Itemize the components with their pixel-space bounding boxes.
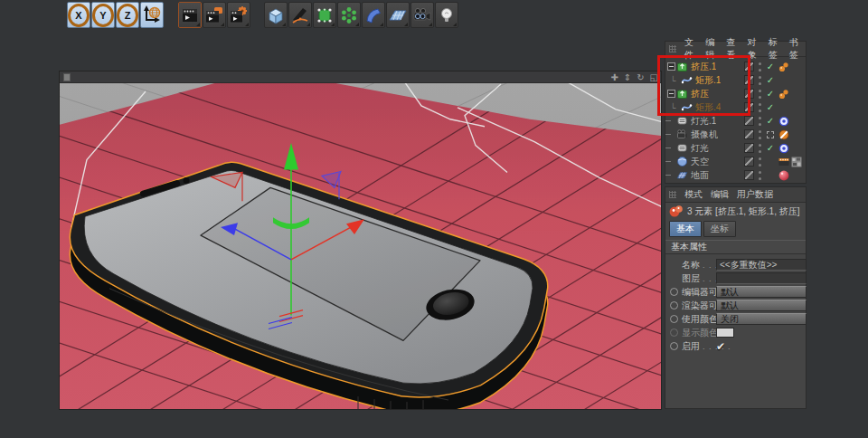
render-settings-button[interactable]: [227, 2, 250, 28]
object-name[interactable]: 摄像机: [691, 129, 718, 141]
field-enabled: 启用 . . . . . ✔: [665, 339, 806, 353]
submenu-marker: [331, 23, 335, 26]
visibility-dots[interactable]: [758, 76, 761, 85]
render-view-button[interactable]: [178, 2, 202, 28]
deformer-button[interactable]: [362, 2, 385, 28]
selection-info-row: 3 元素 [挤压.1, 矩形.1, 挤压]: [665, 203, 806, 220]
submenu-marker: [307, 23, 310, 26]
keyframe-circle-icon[interactable]: [670, 342, 678, 350]
camera-object-icon: [676, 129, 688, 140]
attribute-tabs: 基本 坐标: [665, 220, 806, 240]
compositing-tag-icon[interactable]: [778, 157, 789, 167]
layer-chip[interactable]: [744, 143, 754, 153]
perspective-viewport[interactable]: ✚ ⇕ ↻ ◱: [59, 71, 662, 410]
z-axis-label: Z: [117, 4, 138, 27]
rotate-icon[interactable]: ↻: [637, 71, 644, 83]
object-row-camera[interactable]: 摄像机: [665, 128, 806, 141]
object-row-light1[interactable]: 灯光.1 ✓: [665, 114, 806, 128]
object-row-floor[interactable]: 地面: [665, 168, 806, 182]
field-label: 显示颜色: [682, 327, 718, 339]
dolly-icon[interactable]: ⇕: [624, 71, 631, 83]
tab-basic[interactable]: 基本: [669, 221, 702, 237]
layer-chip[interactable]: [744, 170, 754, 180]
editor-visibility-dropdown[interactable]: 默认: [716, 286, 807, 298]
object-name[interactable]: 灯光.1: [691, 115, 716, 128]
panel-grip-icon[interactable]: [669, 191, 676, 198]
layer-chip[interactable]: [744, 129, 754, 139]
y-axis-label: Y: [92, 4, 114, 27]
enabled-check-icon[interactable]: ✓: [765, 89, 776, 99]
visibility-dots[interactable]: [758, 62, 761, 71]
render-group: [178, 2, 250, 28]
object-row-light[interactable]: 灯光 ✓: [665, 141, 806, 155]
phong-tag-icon[interactable]: [778, 62, 789, 72]
use-color-dropdown[interactable]: 关闭: [716, 313, 807, 325]
selection-state-icon[interactable]: [767, 131, 774, 138]
x-axis-button[interactable]: X: [67, 2, 90, 28]
z-axis-button[interactable]: Z: [116, 2, 139, 28]
add-primitive-button[interactable]: [264, 2, 288, 28]
object-name[interactable]: 地面: [691, 169, 709, 182]
enabled-check-icon[interactable]: ✓: [765, 75, 776, 85]
coordinate-system-button[interactable]: [140, 2, 164, 28]
section-basic-properties[interactable]: 基本属性: [665, 240, 806, 254]
name-input[interactable]: <<多重数值>>: [716, 259, 807, 271]
keyframe-circle-icon[interactable]: [670, 328, 678, 337]
visibility-dots[interactable]: [758, 103, 761, 112]
viewport-menu-icon[interactable]: [63, 73, 71, 81]
array-generator-button[interactable]: [337, 2, 361, 28]
environment-button[interactable]: [386, 2, 410, 28]
enabled-check-icon[interactable]: ✓: [765, 116, 776, 126]
menu-user-data[interactable]: 用户数据: [737, 188, 773, 201]
scene-3d-view[interactable]: [60, 83, 661, 409]
menu-mode[interactable]: 模式: [684, 188, 703, 201]
light-button[interactable]: [435, 2, 458, 28]
panel-grip-icon[interactable]: [669, 45, 676, 52]
visibility-dots[interactable]: [758, 144, 761, 153]
enabled-check-icon[interactable]: ✓: [765, 143, 776, 153]
visibility-dots[interactable]: [758, 171, 761, 180]
front-camera-dot: [184, 177, 190, 184]
object-name[interactable]: 灯光: [691, 142, 709, 155]
layer-chip[interactable]: [744, 157, 754, 167]
viewport-header: ✚ ⇕ ↻ ◱: [60, 71, 661, 83]
object-name[interactable]: 天空: [691, 156, 709, 168]
main-toolbar: X Y Z: [0, 0, 868, 31]
render-picture-viewer-button[interactable]: [203, 2, 226, 28]
camera-button[interactable]: [410, 2, 434, 28]
light-object-icon: [676, 142, 688, 154]
texture-tag-icon[interactable]: [791, 157, 802, 167]
field-label: 启用: [682, 340, 700, 353]
material-tag-icon[interactable]: [778, 170, 789, 181]
enabled-checkbox[interactable]: ✔: [716, 340, 807, 353]
renderer-visibility-dropdown[interactable]: 默认: [716, 300, 807, 311]
visibility-dots[interactable]: [758, 117, 761, 126]
object-row-sky[interactable]: 天空: [665, 155, 806, 168]
layer-input[interactable]: [716, 272, 807, 284]
keyframe-circle-icon[interactable]: [670, 301, 678, 309]
field-label: 使用颜色: [682, 313, 718, 326]
visibility-dots[interactable]: [758, 157, 761, 167]
layer-chip[interactable]: [744, 116, 754, 126]
selection-info-text: 3 元素 [挤压.1, 矩形.1, 挤压]: [687, 205, 799, 218]
menu-edit[interactable]: 编辑: [711, 188, 729, 201]
pan-icon[interactable]: ✚: [610, 71, 618, 83]
attribute-manager: 模式 编辑 用户数据 3 元素 [挤压.1, 矩形.1, 挤压] 基本 坐标 基…: [665, 186, 807, 409]
y-axis-button[interactable]: Y: [91, 2, 115, 28]
subdivision-surface-button[interactable]: [313, 2, 336, 28]
enabled-check-icon[interactable]: ✓: [765, 62, 776, 71]
tab-coordinates[interactable]: 坐标: [703, 221, 736, 237]
target-tag-icon[interactable]: [778, 143, 789, 154]
camera-off-tag-icon[interactable]: [778, 129, 789, 140]
keyframe-circle-icon[interactable]: [670, 288, 678, 296]
display-color-swatch[interactable]: [716, 328, 734, 338]
target-tag-icon[interactable]: [778, 116, 789, 127]
enabled-check-icon[interactable]: ✓: [765, 102, 776, 112]
visibility-dots[interactable]: [758, 130, 761, 139]
field-editor-visibility: 编辑器可见 默认: [665, 285, 806, 299]
add-spline-button[interactable]: [288, 2, 312, 28]
phong-tag-icon[interactable]: [778, 89, 789, 100]
submenu-marker: [380, 23, 383, 26]
keyframe-circle-icon[interactable]: [670, 315, 678, 323]
visibility-dots[interactable]: [758, 90, 761, 99]
